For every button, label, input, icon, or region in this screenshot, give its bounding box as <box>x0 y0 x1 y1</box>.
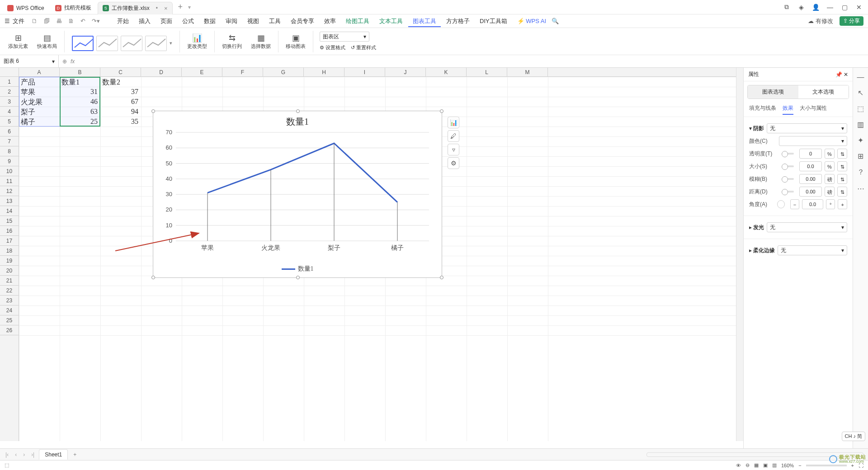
sheet-last-icon[interactable]: ›| <box>29 451 36 459</box>
tab-wps-office[interactable]: WPS Office <box>3 2 49 14</box>
ask-tool-icon[interactable]: ？ <box>857 168 864 177</box>
redo-icon[interactable]: ↷▾ <box>92 18 100 24</box>
row-header[interactable]: 26 <box>0 325 19 335</box>
chart-style-4[interactable] <box>145 36 167 51</box>
row-header[interactable]: 11 <box>0 176 19 186</box>
row-header[interactable]: 12 <box>0 186 19 196</box>
angle-plus-button[interactable]: + <box>838 199 847 209</box>
row-header[interactable]: 13 <box>0 196 19 206</box>
transparency-input[interactable]: 0 <box>799 149 822 159</box>
row-header[interactable]: 9 <box>0 156 19 166</box>
select-data-button[interactable]: ▦ 选择数据 <box>247 30 274 53</box>
row-header[interactable]: 7 <box>0 136 19 146</box>
filter-tool-icon[interactable]: ▥ <box>857 120 864 129</box>
name-box[interactable]: 图表 6 ▾ <box>0 55 59 67</box>
vertical-scrollbar[interactable] <box>736 68 743 441</box>
row-header[interactable]: 1 <box>0 77 19 87</box>
file-menu[interactable]: ☰ 文件 <box>5 17 24 25</box>
chart-style-1[interactable] <box>72 36 94 51</box>
tab-workbook[interactable]: S 工作簿数量.xlsx • × <box>98 2 173 14</box>
view-normal-icon[interactable]: ▦ <box>754 462 759 468</box>
col-header[interactable]: C <box>100 68 141 76</box>
menu-chart-tools[interactable]: 图表工具 <box>408 15 441 27</box>
sheet-prev-icon[interactable]: ‹ <box>13 451 19 459</box>
view-page-icon[interactable]: ▣ <box>763 462 768 468</box>
col-header[interactable]: K <box>426 68 467 76</box>
zoom-slider[interactable] <box>806 465 847 466</box>
quick-print-icon[interactable]: 🖶 <box>56 18 62 24</box>
section-softedge-header[interactable]: 柔化边缘 <box>753 247 775 254</box>
avatar-icon[interactable]: 👤 <box>809 4 822 11</box>
menu-tools[interactable]: 工具 <box>264 15 285 27</box>
sheet-tab-1[interactable]: Sheet1 <box>39 449 68 460</box>
row-header[interactable]: 24 <box>0 306 19 315</box>
section-shadow-header[interactable]: 阴影 <box>753 125 764 132</box>
menu-data[interactable]: 数据 <box>199 15 220 27</box>
stepper-icon[interactable]: ⇅ <box>837 187 847 197</box>
minimize-button[interactable]: — <box>824 4 836 11</box>
select-tool-icon[interactable]: ↖ <box>858 89 863 97</box>
col-header[interactable]: J <box>385 68 426 76</box>
menu-diy[interactable]: DIY工具箱 <box>475 15 512 27</box>
menu-insert[interactable]: 插入 <box>134 15 155 27</box>
row-header[interactable]: 18 <box>0 246 19 256</box>
subtab-effect[interactable]: 效果 <box>783 104 793 115</box>
change-type-button[interactable]: 📊 更改类型 <box>184 30 211 53</box>
row-header[interactable]: 2 <box>0 87 19 97</box>
tab-chart-options[interactable]: 图表选项 <box>748 85 798 99</box>
chart-title[interactable]: 数量1 <box>153 111 442 128</box>
formula-input[interactable] <box>78 58 864 65</box>
chart-filter-button[interactable]: ▿ <box>448 144 459 155</box>
col-header[interactable]: A <box>19 68 60 76</box>
row-header[interactable]: 23 <box>0 296 19 306</box>
size-slider[interactable] <box>782 165 794 167</box>
row-header[interactable]: 17 <box>0 236 19 246</box>
insert-function-icon[interactable]: ⊕ <box>62 58 67 65</box>
cell[interactable]: 35 <box>100 118 138 126</box>
reset-style-button[interactable]: ↺ 重置样式 <box>351 44 376 51</box>
sheet-first-icon[interactable]: |‹ <box>4 451 10 459</box>
glow-preset-dropdown[interactable]: 无▾ <box>767 222 847 232</box>
wps-ai-button[interactable]: ⚡ WPS AI <box>517 18 546 24</box>
quick-open-icon[interactable]: 🗐 <box>44 18 50 24</box>
has-mod-button[interactable]: ☁ 有修改 <box>808 17 833 25</box>
chart-style-gallery[interactable]: ▾ <box>72 36 172 51</box>
search-icon[interactable]: 🔍 <box>552 18 559 24</box>
row-header[interactable]: 14 <box>0 206 19 216</box>
row-header[interactable]: 16 <box>0 226 19 236</box>
tab-close-button[interactable]: × <box>164 5 168 12</box>
window-copy-icon[interactable]: ⧉ <box>780 3 793 11</box>
subtab-fill[interactable]: 填充与线条 <box>749 104 776 115</box>
col-header[interactable]: M <box>507 68 548 76</box>
row-header[interactable]: 4 <box>0 107 19 117</box>
quick-preview-icon[interactable]: 🗎 <box>68 18 74 24</box>
section-glow-header[interactable]: 发光 <box>753 224 764 230</box>
blur-slider[interactable] <box>782 178 794 180</box>
row-header[interactable]: 20 <box>0 266 19 276</box>
new-tab-button[interactable]: + <box>175 2 187 12</box>
chart-plot-area[interactable]: 010203040506070 苹果火龙果梨子橘子 <box>153 128 443 263</box>
transparency-slider[interactable] <box>782 153 794 155</box>
distance-input[interactable]: 0.00 <box>799 187 822 197</box>
col-header[interactable]: F <box>222 68 263 76</box>
stepper-icon[interactable]: ⇅ <box>837 149 847 159</box>
angle-dial-icon[interactable] <box>777 200 785 208</box>
chart-legend[interactable]: 数量1 <box>153 265 442 273</box>
view-break-icon[interactable]: ▥ <box>772 462 777 468</box>
col-header[interactable]: G <box>263 68 304 76</box>
shadow-color-dropdown[interactable]: ▾ <box>779 136 847 146</box>
col-header[interactable]: I <box>344 68 385 76</box>
undo-icon[interactable]: ↶ <box>80 18 85 24</box>
window-cube-icon[interactable]: ◈ <box>795 4 807 11</box>
chart-settings-button[interactable]: ⚙ <box>448 157 459 169</box>
status-dash-icon[interactable]: ⊖ <box>745 462 750 468</box>
row-header[interactable]: 22 <box>0 286 19 296</box>
softedge-preset-dropdown[interactable]: 无▾ <box>778 245 847 255</box>
add-element-button[interactable]: ⊞ 添加元素 <box>5 30 32 53</box>
angle-input[interactable]: 0.0 <box>802 199 823 209</box>
menu-start[interactable]: 开始 <box>113 15 133 27</box>
tab-menu-icon[interactable]: ▾ <box>188 4 191 10</box>
cell[interactable]: 67 <box>100 98 138 106</box>
gallery-more-icon[interactable]: ▾ <box>170 40 172 46</box>
status-left-icon[interactable]: ⬚ <box>5 462 9 468</box>
